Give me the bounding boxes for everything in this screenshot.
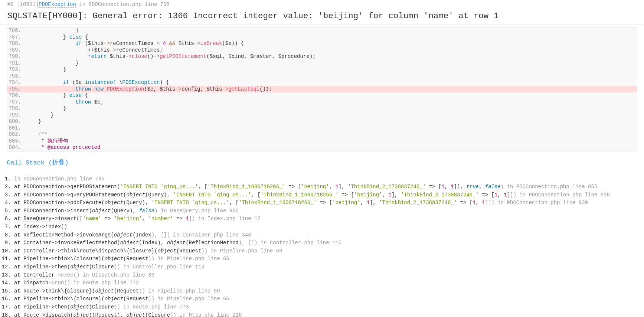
class-link[interactable]: Pipeline [23, 256, 48, 262]
class-link[interactable]: Container [23, 240, 52, 246]
stack-frame: at Route->think\{closure}(object(Request… [14, 288, 637, 295]
class-link[interactable]: Request [117, 288, 139, 294]
line-number: 800. [7, 118, 24, 125]
code-line: 798. } [7, 105, 637, 112]
code-text: } [24, 60, 637, 67]
code-line: 792. } [7, 66, 637, 73]
class-link[interactable]: Index [136, 232, 151, 238]
stack-frame: at Route->dispatch(object(Request), obje… [14, 312, 637, 317]
error-code: [10501] [17, 1, 39, 7]
code-line-highlighted: 795. throw new PDOException($e, $this->c… [7, 86, 637, 93]
code-line: 803. * 执行语句 [7, 138, 637, 145]
class-link[interactable]: Query [114, 208, 130, 214]
code-line: 801. [7, 125, 637, 132]
in-keyword: in [79, 1, 85, 7]
code-line: 794. if ($e instanceof \PDOException) { [7, 79, 637, 86]
line-number: 797. [7, 99, 24, 106]
exception-location: PDOConnection.php line 795 [88, 1, 169, 7]
line-number: 801. [7, 125, 24, 132]
code-text: } [24, 66, 637, 73]
code-text: /** [24, 131, 637, 138]
code-line: 797. throw $e; [7, 99, 637, 106]
stack-trace-list: in PDOConnection.php line 795 at PDOConn… [0, 174, 644, 317]
line-number: 791. [7, 60, 24, 67]
stack-frame: at Dispatch->run() in Route.php line 772 [14, 280, 637, 287]
code-text: return $this->close()->getPDOStatement($… [24, 53, 637, 60]
class-link[interactable]: Controller [23, 248, 55, 254]
code-line: 796. } else { [7, 92, 637, 99]
stack-frame: at Pipeline->then(object(Closure)) in Ro… [14, 304, 637, 311]
class-link[interactable]: BaseQuery [23, 216, 52, 222]
class-link[interactable]: PDOConnection [23, 200, 64, 206]
stack-frame: at ReflectionMethod->invokeArgs(object(I… [14, 232, 637, 239]
call-stack-header: Call Stack (折叠) [0, 154, 644, 169]
class-link[interactable]: Pipeline [23, 304, 48, 310]
class-link[interactable]: ReflectionMethod [23, 232, 73, 238]
line-number: 786. [7, 27, 24, 34]
fold-toggle-link[interactable]: (折叠) [45, 159, 69, 166]
stack-frame: at Controller->exec() in Dispatch.php li… [14, 272, 637, 279]
class-link[interactable]: Controller [23, 272, 55, 278]
class-link[interactable]: PDOConnection [23, 208, 64, 214]
class-link[interactable]: PDOConnection [23, 192, 64, 198]
class-link[interactable]: Closure [92, 264, 114, 270]
code-line: 788. if ($this->reConnectTimes < 4 && $t… [7, 40, 637, 47]
code-line: 790. return $this->close()->getPDOStatem… [7, 53, 637, 60]
class-link[interactable]: Closure [148, 312, 170, 317]
code-text: if ($this->reConnectTimes < 4 && $this->… [24, 40, 637, 47]
stack-frame: at BaseQuery->insert(['name' => 'beijing… [14, 215, 637, 223]
class-link[interactable]: Route [23, 288, 39, 294]
code-text: } [24, 112, 637, 119]
class-link[interactable]: Closure [92, 304, 114, 310]
code-text: } else { [24, 34, 637, 41]
class-link[interactable]: Pipeline [23, 296, 48, 302]
stack-frame: at Pipeline->think\{closure}(object(Requ… [14, 295, 637, 303]
class-link[interactable]: Request [179, 248, 201, 254]
class-link[interactable]: Request [95, 312, 117, 317]
code-text: throw $e; [24, 99, 637, 106]
code-line: 791. } [7, 60, 637, 67]
class-link[interactable]: Query [148, 192, 164, 198]
code-line: 793. [7, 73, 637, 80]
code-line: 804. * @access protected [7, 144, 637, 151]
stack-frame: at PDOConnection->insert(object(Query), … [14, 207, 637, 215]
frame-index: #0 [7, 1, 14, 7]
line-number: 790. [7, 53, 24, 60]
class-link[interactable]: Request [127, 256, 148, 262]
line-number: 799. [7, 112, 24, 119]
line-number: 789. [7, 47, 24, 54]
stack-frame: at Container->invokeReflectMethod(object… [14, 239, 637, 247]
code-line: 799. } [7, 112, 637, 119]
class-link[interactable]: Dispatch [23, 280, 48, 286]
class-link[interactable]: Query [126, 200, 142, 206]
line-number: 787. [7, 34, 24, 41]
class-link[interactable]: Request [127, 296, 148, 302]
stack-frame: at Pipeline->then(object(Closure)) in Co… [14, 264, 637, 271]
line-number: 788. [7, 40, 24, 47]
stack-frame: at PDOConnection->queryPDOStatement(obje… [14, 192, 637, 199]
line-number: 802. [7, 131, 24, 138]
class-link[interactable]: Index [23, 224, 39, 230]
error-message: SQLSTATE[HY000]: General error: 1366 Inc… [0, 9, 644, 25]
code-text: if ($e instanceof \PDOException) { [24, 79, 637, 86]
line-number: 794. [7, 79, 24, 86]
class-link[interactable]: Index [142, 240, 158, 246]
code-text: } [24, 27, 637, 34]
line-number: 798. [7, 105, 24, 112]
line-number: 803. [7, 138, 24, 145]
class-link[interactable]: Route [23, 312, 39, 317]
exception-header: #0 [10501]PDOException in PDOConnection.… [0, 0, 644, 9]
exception-class-link[interactable]: PDOException [39, 1, 76, 8]
code-line: 800. } [7, 118, 637, 125]
class-link[interactable]: Pipeline [23, 264, 48, 270]
line-number: 804. [7, 144, 24, 151]
stack-frame: at PDOConnection->pdoExecute(object(Quer… [14, 199, 637, 207]
code-text: } [24, 105, 637, 112]
code-text [24, 73, 637, 80]
line-number: 795. [7, 86, 24, 93]
code-line: 789. ++$this->reConnectTimes; [7, 47, 637, 54]
class-link[interactable]: PDOConnection [23, 184, 64, 190]
code-text: } [24, 118, 637, 125]
class-link[interactable]: ReflectionMethod [189, 240, 239, 246]
stack-frame: at Pipeline->think\{closure}(object(Requ… [14, 255, 637, 263]
